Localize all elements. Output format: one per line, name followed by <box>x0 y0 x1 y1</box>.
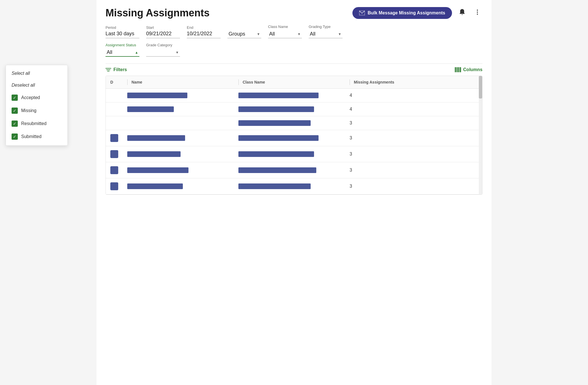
period-label: Period <box>106 25 139 30</box>
table-row: 3 <box>106 130 482 146</box>
toolbar-left: Filters <box>106 67 127 72</box>
col-header-name: Name <box>127 79 238 85</box>
end-value: 10/21/2022 <box>187 31 221 38</box>
end-label: End <box>187 25 221 30</box>
select-all-label: Select all <box>12 71 30 76</box>
dropdown-deselect-all[interactable]: Deselect all <box>6 79 67 91</box>
row-name <box>127 93 238 98</box>
name-bar <box>127 183 183 189</box>
class-name-label: Class Name <box>268 25 302 29</box>
name-bar <box>127 106 174 112</box>
submitted-check-icon: ✓ <box>13 134 16 139</box>
start-value: 09/21/2022 <box>146 31 180 38</box>
page-title: Missing Assignments <box>106 7 210 19</box>
svg-point-1 <box>477 10 478 11</box>
avatar-icon <box>110 150 118 158</box>
period-filter: Period Last 30 days <box>106 25 139 38</box>
scrollbar-thumb[interactable] <box>479 76 482 99</box>
row-class <box>238 167 350 173</box>
class-bar <box>238 120 311 126</box>
accepted-label: Accepted <box>21 95 40 100</box>
groups-filter[interactable]: Groups ▼ <box>227 29 261 38</box>
assignment-status-filter[interactable]: Assignment Status All ▲ <box>106 43 139 57</box>
table-row: 4 <box>106 102 482 116</box>
col-divider-class <box>238 79 239 85</box>
row-avatar <box>110 182 127 190</box>
row-name <box>127 151 238 157</box>
columns-button[interactable]: Columns <box>455 67 482 72</box>
filters-icon <box>106 67 111 72</box>
row-class <box>238 93 350 98</box>
dropdown-item-submitted[interactable]: ✓ Submitted <box>6 130 67 143</box>
resubmitted-check-icon: ✓ <box>13 121 16 126</box>
resubmitted-checkbox[interactable]: ✓ <box>12 121 18 127</box>
assignment-status-select[interactable]: All <box>106 48 139 57</box>
dropdown-item-resubmitted[interactable]: ✓ Resubmitted <box>6 117 67 130</box>
table: D Name Class Name Missing Assignments <box>106 76 482 195</box>
dropdown-item-missing[interactable]: ✓ Missing <box>6 104 67 117</box>
assignment-status-label: Assignment Status <box>106 43 139 47</box>
bulk-message-button[interactable]: Bulk Message Missing Assignments <box>352 7 452 19</box>
resubmitted-label: Resubmitted <box>21 121 47 126</box>
bell-icon <box>458 8 466 16</box>
row-count: 3 <box>350 168 461 173</box>
grading-type-filter[interactable]: Grading Type All ▼ <box>309 25 343 38</box>
bulk-message-label: Bulk Message Missing Assignments <box>368 10 445 16</box>
scrollbar-track[interactable] <box>479 76 482 194</box>
columns-icon <box>455 67 461 72</box>
row-count: 3 <box>350 152 461 157</box>
svg-point-3 <box>477 14 478 15</box>
deselect-all-label: Deselect all <box>12 83 35 88</box>
grading-type-label: Grading Type <box>309 25 343 29</box>
row-count: 3 <box>350 184 461 189</box>
start-label: Start <box>146 25 180 30</box>
row-count: 3 <box>350 135 461 141</box>
table-row: 3 <box>106 146 482 162</box>
row-name <box>127 106 238 112</box>
class-bar <box>238 167 316 173</box>
table-header: D Name Class Name Missing Assignments <box>106 76 482 89</box>
table-row: 4 <box>106 89 482 102</box>
table-toolbar: Filters Columns <box>106 64 482 76</box>
notification-bell-button[interactable] <box>457 7 468 19</box>
assignment-status-dropdown: Select all Deselect all ✓ Accepted ✓ Mis… <box>6 65 68 146</box>
filters-button[interactable]: Filters <box>106 67 127 72</box>
start-filter: Start 09/21/2022 <box>146 25 180 38</box>
row-name <box>127 135 238 141</box>
row-avatar <box>110 150 127 158</box>
dropdown-select-all[interactable]: Select all <box>6 67 67 79</box>
end-filter: End 10/21/2022 <box>187 25 221 38</box>
dropdown-item-accepted[interactable]: ✓ Accepted <box>6 91 67 104</box>
row-name <box>127 183 238 189</box>
missing-label: Missing <box>21 108 36 113</box>
filters-row-2: Assignment Status All ▲ Grade Category ▼ <box>106 43 482 57</box>
groups-select[interactable]: Groups <box>227 30 261 38</box>
email-icon <box>359 11 365 15</box>
svg-rect-9 <box>458 67 459 72</box>
row-count: 4 <box>350 107 461 112</box>
avatar-icon <box>110 182 118 190</box>
class-bar <box>238 135 319 141</box>
accepted-checkbox[interactable]: ✓ <box>12 95 18 101</box>
table-row: 3 <box>106 178 482 194</box>
class-bar <box>238 93 319 98</box>
name-bar <box>127 93 187 98</box>
class-bar <box>238 106 314 112</box>
class-name-filter[interactable]: Class Name All ▼ <box>268 25 302 38</box>
svg-rect-7 <box>455 67 456 72</box>
class-name-select[interactable]: All <box>268 30 302 38</box>
submitted-checkbox[interactable]: ✓ <box>12 134 18 140</box>
row-count: 3 <box>350 121 461 126</box>
grade-category-filter[interactable]: Grade Category ▼ <box>146 43 180 57</box>
row-avatar <box>110 166 127 174</box>
svg-rect-10 <box>460 67 461 72</box>
missing-checkbox[interactable]: ✓ <box>12 108 18 114</box>
row-class <box>238 106 350 112</box>
col-header-missing: Missing Assignments <box>350 79 461 85</box>
grade-category-select[interactable] <box>146 48 180 57</box>
row-class <box>238 120 350 126</box>
more-options-button[interactable] <box>472 7 482 19</box>
grading-type-select[interactable]: All <box>309 30 343 38</box>
scrollbar-space <box>461 79 464 85</box>
name-bar <box>127 135 185 141</box>
